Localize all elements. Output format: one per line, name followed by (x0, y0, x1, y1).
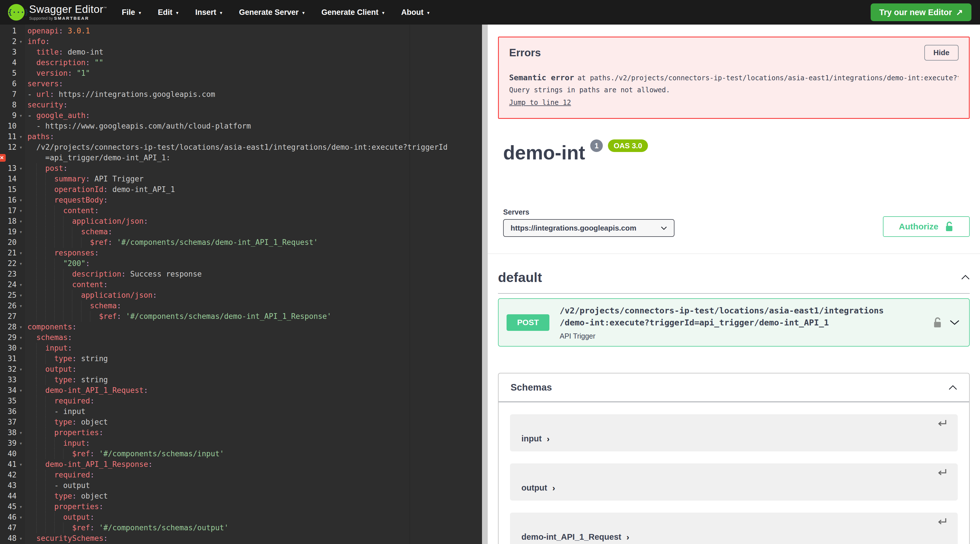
fold-slot (17, 47, 25, 57)
fold-slot (17, 26, 25, 36)
fold-arrow-icon[interactable]: ▾ (17, 110, 25, 121)
menu-about[interactable]: About▼ (401, 8, 430, 17)
menu-generate-client[interactable]: Generate Client▼ (321, 8, 385, 17)
fold-arrow-icon[interactable]: ▾ (17, 258, 25, 269)
fold-arrow-icon[interactable]: ▾ (17, 163, 25, 174)
authorize-button[interactable]: Authorize (883, 216, 970, 237)
schema-card-demo-int_api_1_request[interactable]: demo-int_API_1_Request› (510, 512, 958, 544)
post-operation[interactable]: POST /v2/projects/connectors-ip-test/loc… (498, 298, 970, 346)
editor-line: 9▾- google_auth: (0, 110, 482, 121)
tag-divider (498, 293, 970, 294)
fold-arrow-icon[interactable]: ▾ (17, 290, 25, 301)
fold-arrow-icon[interactable]: ▾ (17, 279, 25, 290)
schema-name[interactable]: input› (522, 434, 550, 443)
line-number: 17 (0, 206, 17, 216)
fold-arrow-icon[interactable]: ▾ (17, 501, 25, 512)
line-number: 45 (0, 501, 17, 512)
editor-line: 33type: string (0, 375, 482, 385)
error-marker-icon[interactable]: ✕ (0, 154, 6, 162)
lock-icon[interactable] (932, 317, 942, 329)
line-number: 29 (0, 332, 17, 343)
tag-header[interactable]: default (498, 270, 970, 285)
fold-slot (17, 174, 25, 184)
fold-arrow-icon[interactable]: ▾ (17, 36, 25, 47)
fold-slot (17, 89, 25, 100)
fold-arrow-icon[interactable]: ▾ (17, 385, 25, 396)
editor-line: 27$ref: '#/components/schemas/demo-int_A… (0, 311, 482, 322)
schema-name[interactable]: output› (522, 483, 555, 493)
fold-slot (17, 121, 25, 131)
fold-arrow-icon[interactable]: ▾ (17, 438, 25, 448)
try-new-editor-button[interactable]: Try our new Editor↗ (871, 3, 971, 21)
fold-slot (17, 406, 25, 417)
line-number: 8 (0, 100, 17, 110)
jump-to-line-link[interactable]: Jump to line 12 (509, 99, 571, 107)
menu-file[interactable]: File▼ (122, 8, 142, 17)
editor-line: 22▾"200": (0, 258, 482, 269)
schema-card-output[interactable]: output› (510, 463, 958, 501)
fold-arrow-icon[interactable]: ▾ (17, 332, 25, 343)
fold-arrow-icon[interactable]: ▾ (17, 227, 25, 237)
fold-arrow-icon[interactable]: ▾ (17, 206, 25, 216)
expand-model-chevron-icon: › (627, 533, 629, 541)
editor-line: 44type: object (0, 491, 482, 501)
servers-select[interactable]: https://integrations.googleapis.com (503, 219, 675, 237)
editor-line: 23description: Success response (0, 269, 482, 279)
fold-slot (17, 184, 25, 195)
fold-slot (17, 353, 25, 364)
menu-generate-server[interactable]: Generate Server▼ (239, 8, 305, 17)
error-entry: Semantic error at paths./v2/projects/con… (509, 73, 959, 82)
fold-arrow-icon[interactable]: ▾ (17, 512, 25, 523)
schema-card-input[interactable]: input› (510, 414, 958, 451)
line-number: 44 (0, 491, 17, 501)
menu-edit[interactable]: Edit▼ (158, 8, 179, 17)
line-number: 31 (0, 353, 17, 364)
schemas-section: Schemas input›output›demo-int_API_1_Requ… (498, 373, 970, 544)
code-editor[interactable]: 1openapi: 3.0.12▾info:3title: demo-int4d… (0, 25, 482, 544)
menu-caret-icon: ▼ (175, 11, 179, 15)
schemas-collapse-chevron-icon[interactable] (948, 385, 957, 390)
errors-panel: Errors Hide Semantic error at paths./v2/… (498, 37, 970, 119)
editor-line: 37type: object (0, 417, 482, 428)
fold-arrow-icon[interactable]: ▾ (17, 195, 25, 206)
schemas-header[interactable]: Schemas (499, 373, 969, 402)
trademark: ™ (103, 6, 107, 10)
collapse-chevron-icon[interactable] (961, 275, 970, 280)
editor-line: 26▾schema: (0, 301, 482, 311)
fold-arrow-icon[interactable]: ▾ (17, 131, 25, 142)
line-number: 19 (0, 227, 17, 237)
line-number: 37 (0, 417, 17, 428)
line-number: 12 (0, 142, 17, 153)
fold-arrow-icon[interactable]: ▾ (17, 322, 25, 332)
fold-arrow-icon[interactable]: ▾ (17, 364, 25, 375)
fold-arrow-icon[interactable]: ▾ (17, 142, 25, 153)
fold-arrow-icon[interactable]: ▾ (17, 428, 25, 438)
line-number: 10 (0, 121, 17, 131)
line-number: 47 (0, 523, 17, 533)
return-ref-icon (937, 469, 947, 476)
line-number: 6 (0, 78, 17, 89)
hide-errors-button[interactable]: Hide (924, 45, 959, 61)
fold-arrow-icon[interactable]: ▾ (17, 343, 25, 353)
unlock-icon (945, 221, 954, 232)
editor-line: 36- input (0, 406, 482, 417)
line-number: 21 (0, 248, 17, 258)
fold-arrow-icon[interactable]: ▾ (17, 216, 25, 227)
expand-chevron-icon[interactable] (950, 320, 959, 325)
brand-title: Swagger Editor™ (29, 4, 107, 14)
line-number: 27 (0, 311, 17, 322)
line-number: 16 (0, 195, 17, 206)
menu-insert[interactable]: Insert▼ (195, 8, 223, 17)
fold-arrow-icon[interactable]: ▾ (17, 248, 25, 258)
pane-splitter[interactable] (482, 25, 488, 544)
fold-slot (17, 448, 25, 459)
swagger-logo-icon: {···} (8, 4, 25, 21)
fold-arrow-icon[interactable]: ▾ (17, 459, 25, 470)
servers-label: Servers (503, 208, 675, 216)
fold-arrow-icon[interactable]: ▾ (17, 301, 25, 311)
fold-slot (17, 480, 25, 491)
schema-name[interactable]: demo-int_API_1_Request› (522, 532, 629, 542)
expand-model-chevron-icon: › (547, 435, 550, 443)
operation-path: /v2/projects/connectors-ip-test/location… (560, 305, 922, 329)
fold-arrow-icon[interactable]: ▾ (17, 533, 25, 544)
